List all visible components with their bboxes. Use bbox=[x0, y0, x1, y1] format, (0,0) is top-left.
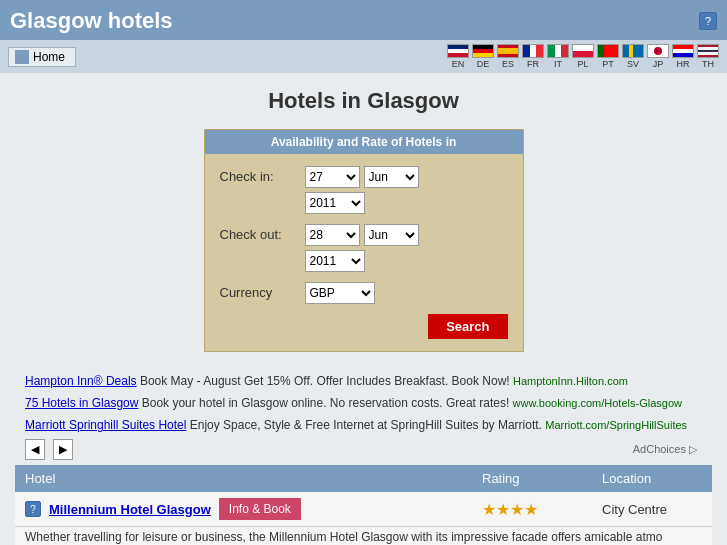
ad-small-link-3[interactable]: Marriott.com/SpringHillSuites bbox=[545, 419, 687, 431]
location-column-header: Location bbox=[592, 465, 712, 492]
ad-choices: AdChoices ▷ bbox=[633, 441, 702, 459]
checkin-row: Check in: 27 Jun 2011 bbox=[220, 166, 508, 214]
hotel-info-icon[interactable]: ? bbox=[25, 501, 41, 517]
hotel-location-cell: City Centre bbox=[592, 492, 712, 527]
flag-image-pt bbox=[597, 44, 619, 58]
ad-row-3: Marriott Springhill Suites Hotel Enjoy S… bbox=[25, 416, 702, 435]
checkout-label: Check out: bbox=[220, 224, 295, 242]
table-header: Hotel Rating Location bbox=[15, 465, 712, 492]
search-button[interactable]: Search bbox=[428, 314, 507, 339]
hotel-description-cell: Whether travelling for leisure or busine… bbox=[15, 527, 712, 545]
flag-pt[interactable]: PT bbox=[597, 44, 619, 69]
flag-image-pl bbox=[572, 44, 594, 58]
title-bar: Glasgow hotels ? bbox=[0, 0, 727, 40]
checkin-fields: 27 Jun 2011 bbox=[305, 166, 419, 214]
hotel-location: City Centre bbox=[602, 502, 667, 517]
checkout-year-select[interactable]: 2011 bbox=[305, 250, 365, 272]
page-title: Glasgow hotels bbox=[10, 8, 173, 34]
flag-label-sv: SV bbox=[627, 59, 639, 69]
flag-image-de bbox=[472, 44, 494, 58]
info-book-button[interactable]: Info & Book bbox=[219, 498, 301, 520]
flag-image-hr bbox=[672, 44, 694, 58]
flag-image-fr bbox=[522, 44, 544, 58]
flag-it[interactable]: IT bbox=[547, 44, 569, 69]
booking-form-body: Check in: 27 Jun 2011 bbox=[205, 154, 523, 351]
results-table: Hotel Rating Location ? Millennium Hotel… bbox=[15, 465, 712, 545]
checkin-year-select[interactable]: 2011 bbox=[305, 192, 365, 214]
currency-fields: GBP bbox=[305, 282, 375, 304]
info-icon: ? bbox=[30, 504, 36, 515]
flag-de[interactable]: DE bbox=[472, 44, 494, 69]
flag-label-en: EN bbox=[452, 59, 465, 69]
language-flags: ENDEESFRITPLPTSVJPHRTH bbox=[447, 44, 719, 69]
flag-fr[interactable]: FR bbox=[522, 44, 544, 69]
ad-text-1: Book May - August Get 15% Off. Offer Inc… bbox=[140, 374, 513, 388]
flag-en[interactable]: EN bbox=[447, 44, 469, 69]
flag-image-sv bbox=[622, 44, 644, 58]
hotel-name-cell: ? Millennium Hotel Glasgow Info & Book bbox=[15, 492, 472, 527]
home-button[interactable]: Home bbox=[8, 47, 76, 67]
flag-label-pl: PL bbox=[577, 59, 588, 69]
ad-row-1: Hampton Inn® Deals Book May - August Get… bbox=[25, 372, 702, 391]
checkin-day-select[interactable]: 27 bbox=[305, 166, 360, 188]
booking-form-header: Availability and Rate of Hotels in bbox=[205, 130, 523, 154]
flag-label-de: DE bbox=[477, 59, 490, 69]
currency-label: Currency bbox=[220, 282, 295, 300]
currency-select[interactable]: GBP bbox=[305, 282, 375, 304]
flag-image-en bbox=[447, 44, 469, 58]
ad-link-3[interactable]: Marriott Springhill Suites Hotel bbox=[25, 418, 186, 432]
checkout-row: Check out: 28 Jun 2011 bbox=[220, 224, 508, 272]
flag-th[interactable]: TH bbox=[697, 44, 719, 69]
flag-image-it bbox=[547, 44, 569, 58]
checkin-label: Check in: bbox=[220, 166, 295, 184]
flag-label-pt: PT bbox=[602, 59, 614, 69]
flag-es[interactable]: ES bbox=[497, 44, 519, 69]
hotel-stars: ★★★★ bbox=[482, 501, 538, 518]
flag-image-th bbox=[697, 44, 719, 58]
ad-small-link-2[interactable]: www.booking.com/Hotels-Glasgow bbox=[513, 397, 682, 409]
booking-form: Availability and Rate of Hotels in Check… bbox=[204, 129, 524, 352]
table-row: ? Millennium Hotel Glasgow Info & Book ★… bbox=[15, 492, 712, 527]
flag-jp[interactable]: JP bbox=[647, 44, 669, 69]
flag-label-it: IT bbox=[554, 59, 562, 69]
flag-image-jp bbox=[647, 44, 669, 58]
ad-text-2: Book your hotel in Glasgow online. No re… bbox=[142, 396, 513, 410]
table-body: ? Millennium Hotel Glasgow Info & Book ★… bbox=[15, 492, 712, 545]
help-button[interactable]: ? bbox=[699, 12, 717, 30]
hotel-name-link[interactable]: Millennium Hotel Glasgow bbox=[49, 502, 211, 517]
main-page-title: Hotels in Glasgow bbox=[15, 88, 712, 114]
flag-pl[interactable]: PL bbox=[572, 44, 594, 69]
nav-bar: Home ENDEESFRITPLPTSVJPHRTH bbox=[0, 40, 727, 73]
hotel-rating-cell: ★★★★ bbox=[472, 492, 592, 527]
home-label: Home bbox=[33, 50, 65, 64]
flag-sv[interactable]: SV bbox=[622, 44, 644, 69]
hotel-column-header: Hotel bbox=[15, 465, 472, 492]
checkout-month-select[interactable]: Jun bbox=[364, 224, 419, 246]
flag-hr[interactable]: HR bbox=[672, 44, 694, 69]
currency-row: Currency GBP bbox=[220, 282, 508, 304]
prev-button[interactable]: ◀ bbox=[25, 439, 45, 461]
ad-row-2: 75 Hotels in Glasgow Book your hotel in … bbox=[25, 394, 702, 413]
main-content: Hotels in Glasgow Availability and Rate … bbox=[0, 73, 727, 545]
flag-label-jp: JP bbox=[653, 59, 664, 69]
ad-text-3: Enjoy Space, Style & Free Internet at Sp… bbox=[190, 418, 546, 432]
home-icon bbox=[15, 50, 29, 64]
next-button[interactable]: ▶ bbox=[53, 439, 73, 461]
ad-link-2[interactable]: 75 Hotels in Glasgow bbox=[25, 396, 138, 410]
flag-label-fr: FR bbox=[527, 59, 539, 69]
help-icon: ? bbox=[705, 15, 711, 27]
flag-image-es bbox=[497, 44, 519, 58]
ad-small-link-1[interactable]: HamptonInn.Hilton.com bbox=[513, 375, 628, 387]
flag-label-th: TH bbox=[702, 59, 714, 69]
hotel-description-row: Whether travelling for leisure or busine… bbox=[15, 527, 712, 545]
checkout-day-select[interactable]: 28 bbox=[305, 224, 360, 246]
flag-label-es: ES bbox=[502, 59, 514, 69]
rating-column-header: Rating bbox=[472, 465, 592, 492]
flag-label-hr: HR bbox=[677, 59, 690, 69]
ads-section: Hampton Inn® Deals Book May - August Get… bbox=[15, 367, 712, 465]
ad-link-1[interactable]: Hampton Inn® Deals bbox=[25, 374, 137, 388]
checkin-month-select[interactable]: Jun bbox=[364, 166, 419, 188]
checkout-fields: 28 Jun 2011 bbox=[305, 224, 419, 272]
